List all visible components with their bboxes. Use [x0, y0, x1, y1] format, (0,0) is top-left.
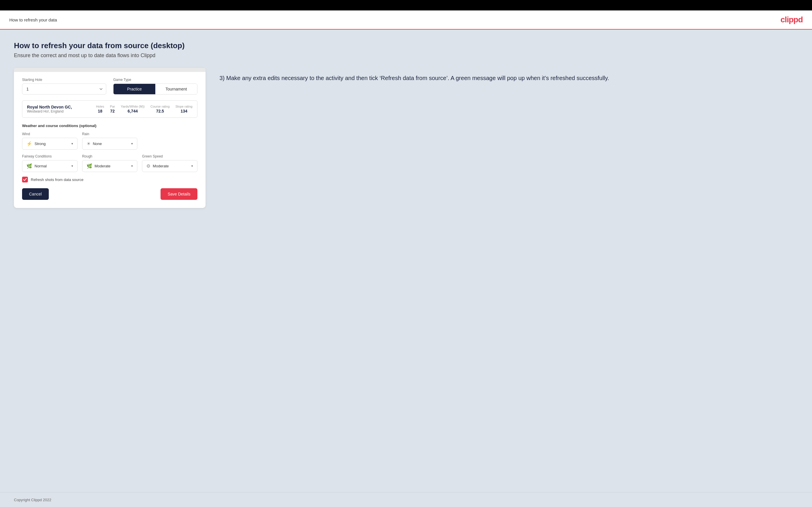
course-rating-label: Course rating [150, 105, 169, 108]
footer: Copyright Clippd 2022 [0, 492, 812, 507]
fairway-label: Fairway Conditions [22, 154, 78, 158]
page-subheading: Ensure the correct and most up to date d… [14, 53, 798, 59]
game-type-buttons: Practice Tournament [113, 83, 197, 95]
page-heading: How to refresh your data from source (de… [14, 41, 798, 50]
header: How to refresh your data clippd [0, 10, 812, 30]
fairway-select[interactable]: 🌿 Normal ▾ [22, 160, 78, 172]
course-stats: Holes 18 Par 72 Yards/White (M)) 6,744 C… [96, 105, 193, 113]
course-name-area: Royal North Devon GC, Westward Ho!, Engl… [27, 105, 92, 113]
checkmark-icon [23, 178, 27, 181]
fairway-chevron-icon: ▾ [71, 164, 73, 168]
tournament-button[interactable]: Tournament [155, 84, 197, 94]
green-speed-value: Moderate [153, 164, 189, 168]
par-label: Par [110, 105, 115, 108]
conditions-top-row: Wind ⚡ Strong ▾ Rain ☀ None ▾ [22, 132, 197, 150]
rain-icon: ☀ [87, 141, 91, 147]
slope-rating-label: Slope rating [175, 105, 193, 108]
side-description: 3) Make any extra edits necessary to the… [219, 74, 798, 82]
green-speed-select[interactable]: ⚙ Moderate ▾ [142, 160, 197, 172]
yards-value: 6,744 [128, 109, 138, 113]
game-type-label: Game Type [113, 78, 197, 82]
button-row: Cancel Save Details [22, 188, 197, 200]
rough-field: Rough 🌿 Moderate ▾ [82, 154, 138, 172]
rain-chevron-icon: ▾ [131, 142, 133, 146]
conditions-bottom-row: Fairway Conditions 🌿 Normal ▾ Rough 🌿 Mo… [22, 154, 197, 172]
starting-hole-group: Starting Hole 1 [22, 78, 106, 95]
stat-slope-rating: Slope rating 134 [175, 105, 193, 113]
game-type-group: Game Type Practice Tournament [113, 78, 197, 95]
course-location: Westward Ho!, England [27, 109, 92, 113]
stat-par: Par 72 [110, 105, 115, 113]
wind-field: Wind ⚡ Strong ▾ [22, 132, 78, 150]
header-title: How to refresh your data [9, 17, 57, 22]
stat-yards: Yards/White (M)) 6,744 [121, 105, 145, 113]
yards-label: Yards/White (M)) [121, 105, 145, 108]
holes-value: 18 [98, 109, 102, 113]
wind-chevron-icon: ▾ [71, 142, 73, 146]
starting-hole-select[interactable]: 1 [22, 83, 106, 95]
starting-hole-label: Starting Hole [22, 78, 106, 82]
slope-rating-value: 134 [181, 109, 187, 113]
cancel-button[interactable]: Cancel [22, 188, 49, 200]
rain-field: Rain ☀ None ▾ [82, 132, 138, 150]
wind-label: Wind [22, 132, 78, 136]
rough-icon: 🌿 [87, 163, 92, 169]
green-speed-icon: ⚙ [146, 163, 150, 169]
refresh-checkbox-label: Refresh shots from data source [31, 177, 83, 182]
fairway-icon: 🌿 [27, 163, 32, 169]
course-rating-value: 72.5 [156, 109, 164, 113]
top-fields-row: Starting Hole 1 Game Type Practice Tourn… [22, 78, 197, 95]
card-top-strip [14, 68, 206, 72]
spacer-field [142, 132, 197, 150]
wind-value: Strong [35, 142, 69, 146]
course-name: Royal North Devon GC, [27, 105, 92, 109]
top-bar [0, 0, 812, 10]
stat-course-rating: Course rating 72.5 [150, 105, 169, 113]
wind-icon: ⚡ [27, 141, 32, 147]
fairway-field: Fairway Conditions 🌿 Normal ▾ [22, 154, 78, 172]
rough-value: Moderate [95, 164, 129, 168]
holes-label: Holes [96, 105, 104, 108]
green-speed-chevron-icon: ▾ [191, 164, 193, 168]
rain-label: Rain [82, 132, 138, 136]
save-details-button[interactable]: Save Details [160, 188, 197, 200]
copyright-text: Copyright Clippd 2022 [14, 498, 51, 502]
wind-select[interactable]: ⚡ Strong ▾ [22, 138, 78, 150]
practice-button[interactable]: Practice [113, 84, 155, 94]
edit-card: Starting Hole 1 Game Type Practice Tourn… [14, 68, 206, 208]
refresh-checkbox-row: Refresh shots from data source [22, 177, 197, 182]
rough-chevron-icon: ▾ [131, 164, 133, 168]
side-text-area: 3) Make any extra edits necessary to the… [219, 68, 798, 82]
conditions-section-label: Weather and course conditions (optional) [22, 123, 197, 128]
course-info-box: Royal North Devon GC, Westward Ho!, Engl… [22, 100, 197, 118]
fairway-value: Normal [35, 164, 69, 168]
main-content: How to refresh your data from source (de… [0, 30, 812, 492]
rain-select[interactable]: ☀ None ▾ [82, 138, 138, 150]
starting-hole-value: 1 [27, 87, 102, 91]
refresh-checkbox[interactable] [22, 177, 28, 182]
rain-value: None [93, 142, 129, 146]
logo: clippd [781, 15, 803, 24]
green-speed-label: Green Speed [142, 154, 197, 158]
rough-label: Rough [82, 154, 138, 158]
rough-select[interactable]: 🌿 Moderate ▾ [82, 160, 138, 172]
green-speed-field: Green Speed ⚙ Moderate ▾ [142, 154, 197, 172]
par-value: 72 [110, 109, 115, 113]
content-area: Starting Hole 1 Game Type Practice Tourn… [14, 68, 798, 208]
stat-holes: Holes 18 [96, 105, 104, 113]
